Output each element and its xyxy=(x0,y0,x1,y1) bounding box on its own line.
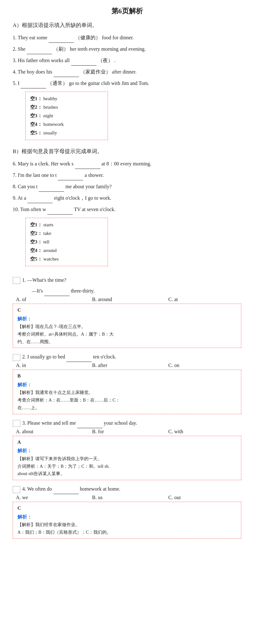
blank-a1 xyxy=(49,37,74,43)
mc-q3-opt-c: C. with xyxy=(165,429,241,435)
mc-q4-opt-c: C. our xyxy=(165,495,241,500)
blank-a3 xyxy=(71,60,97,66)
section-b-questions: 6. Mary is a clerk. Her work s at 8：00 e… xyxy=(13,159,241,215)
blank-b10 xyxy=(47,209,73,215)
mc-q2-answer: B 解析： 【解析】我通常在十点之后上床睡觉。 考查介词辨析：A：在……里面；B… xyxy=(13,370,241,414)
blank-b6 xyxy=(75,163,100,169)
answer-a1: 空1： healthy xyxy=(30,94,103,103)
mc-q1: 1. —What's the time? —It's three-thirty.… xyxy=(13,275,241,348)
mc-q1-opt-a: A. of xyxy=(13,297,89,302)
section-a-title: A）根据汉语提示填入所缺的单词。 xyxy=(13,22,241,29)
question-b8: 8. Can you t me about your family? xyxy=(13,182,241,192)
mc-q4-options: A. we B. us C. our xyxy=(13,495,241,500)
mc-q2-options: A. in B. after C. on xyxy=(13,363,241,368)
mc-q2-opt-a: A. in xyxy=(13,363,89,368)
answer-b5: 空5： watches xyxy=(30,255,103,263)
question-b6: 6. Mary is a clerk. Her work s at 8：00 e… xyxy=(13,159,241,169)
mc-q3-answer: A 解析： 【解析】请写下来并告诉我你上学的一天。 介词辨析：A：关于；B：为了… xyxy=(13,436,241,480)
question-a3: 3. His father often works all （夜） . xyxy=(13,55,241,66)
question-a4: 4. The boy does his （家庭作业） after dinner. xyxy=(13,67,241,77)
mc-q2-opt-b: B. after xyxy=(89,363,165,368)
section-a-questions: 1. They eat some （健康的） food for dinner. … xyxy=(13,33,241,88)
question-b10: 10. Tom often w TV at seven o'clock. xyxy=(13,204,241,215)
answer-b3: 空3： tell xyxy=(30,238,103,246)
mc-q2: 2. I usually go to bed ten o'clock. A. i… xyxy=(13,352,241,414)
blank-mc2 xyxy=(66,356,92,362)
q-num: 1. xyxy=(13,35,17,40)
mc-q3-options: A. about B. for C. with xyxy=(13,429,241,435)
mc-section: 1. —What's the time? —It's three-thirty.… xyxy=(13,275,241,539)
answer-b1: 空1： starts xyxy=(30,221,103,229)
answer-a3: 空3： night xyxy=(30,112,103,120)
mc-q1-options: A. of B. around C. at xyxy=(13,297,241,302)
section-a-answer-box: 空1： healthy 空2： brushes 空3： night 空4： ho… xyxy=(25,92,108,140)
question-a1: 1. They eat some （健康的） food for dinner. xyxy=(13,33,241,43)
blank-a4 xyxy=(54,71,79,77)
answer-a5: 空5： usually xyxy=(30,129,103,137)
mc-q4-paren xyxy=(13,486,20,493)
mc-q1-answer: C 解析： 【解析】现在几点？-现在三点半。 考察介词辨析。at+具体时间点。A… xyxy=(13,304,241,348)
blank-a5 xyxy=(21,83,46,88)
mc-q3: 3. Please write and tell me your school … xyxy=(13,418,241,480)
mc-q1-paren xyxy=(13,277,20,284)
mc-q3-opt-a: A. about xyxy=(13,429,89,435)
blank-b8 xyxy=(39,186,64,192)
question-a2: 2. She （刷） her teeth every morning and e… xyxy=(13,44,241,54)
question-b7: 7. I'm the last one to t a shower. xyxy=(13,170,241,180)
mc-q4-answer: C 解析： 【解析】我们经常在家做作业。 A：我们；B：我们（宾格形式）；C：我… xyxy=(13,502,241,539)
answer-a4: 空4： homework xyxy=(30,120,103,129)
mc-q2-paren xyxy=(13,354,20,361)
mc-q4-opt-a: A. we xyxy=(13,495,89,500)
answer-a2: 空2： brushes xyxy=(30,103,103,112)
mc-q2-opt-c: C. on xyxy=(165,363,241,368)
mc-q3-opt-b: B. for xyxy=(89,429,165,435)
blank-mc3 xyxy=(77,422,103,428)
section-b-answer-box: 空1： starts 空2： take 空3： tell 空4： around … xyxy=(25,218,108,266)
blank-mc1 xyxy=(44,290,70,296)
blank-b9 xyxy=(27,197,53,203)
question-a5: 5. I （通常） go to the guitar club with Jim… xyxy=(13,78,241,88)
section-b-title: B）根据句意及首字母提示完成单词。 xyxy=(13,148,241,155)
answer-b4: 空4： around xyxy=(30,246,103,255)
mc-q4-opt-b: B. us xyxy=(89,495,165,500)
blank-b7 xyxy=(58,175,83,180)
mc-q4: 4. We often do homework at home. A. we B… xyxy=(13,484,241,539)
question-b9: 9. At a eight o'clock，I go to work. xyxy=(13,193,241,203)
blank-mc4 xyxy=(53,488,79,494)
mc-q3-paren xyxy=(13,420,20,427)
answer-b2: 空2： take xyxy=(30,229,103,238)
blank-a2 xyxy=(27,48,52,54)
page-title: 第6页解析 xyxy=(13,6,241,16)
mc-q1-opt-b: B. around xyxy=(89,297,165,302)
mc-q1-opt-c: C. at xyxy=(165,297,241,302)
